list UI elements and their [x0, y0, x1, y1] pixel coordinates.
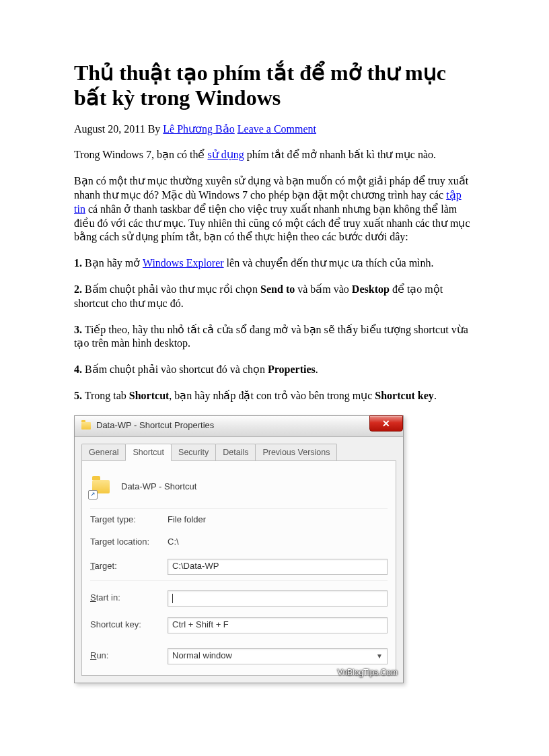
- link-windows-explorer[interactable]: Windows Explorer: [143, 257, 224, 269]
- shortcut-name-row: ↗ Data-WP - Shortcut: [90, 471, 388, 509]
- target-location-value: C:\: [168, 537, 388, 548]
- step-4: 4. Bấm chuột phải vào shortcut đó và chọ…: [74, 363, 475, 377]
- shortcut-key-row: Shortcut key: Ctrl + Shift + F: [90, 612, 388, 639]
- post-date: August 20, 2011: [74, 123, 145, 135]
- link-su-dung[interactable]: sử dụng: [207, 149, 244, 160]
- dialog-title: Data-WP - Shortcut Properties: [96, 420, 214, 432]
- tab-previous-versions[interactable]: Previous Versions: [255, 444, 337, 460]
- step-3: 3. Tiếp theo, hãy thu nhỏ tất cả cửa sổ …: [74, 323, 475, 351]
- comment-link[interactable]: Leave a Comment: [237, 123, 316, 135]
- start-in-row: Start in:: [90, 581, 388, 612]
- start-in-input[interactable]: [168, 590, 388, 607]
- run-select[interactable]: Normal window ▼: [168, 648, 388, 664]
- run-label: Run:: [90, 650, 168, 662]
- chevron-down-icon: ▼: [376, 652, 383, 660]
- shortcut-name-value: Data-WP - Shortcut: [121, 481, 388, 493]
- tab-security[interactable]: Security: [171, 444, 216, 460]
- target-location-label: Target location:: [90, 537, 168, 548]
- target-type-row: Target type: File folder: [90, 509, 388, 531]
- watermark: VnBlogTips.Com: [337, 668, 398, 679]
- target-input[interactable]: C:\Data-WP: [168, 559, 388, 575]
- target-type-label: Target type:: [90, 514, 168, 526]
- step-2: 2. Bấm chuột phải vào thư mục rồi chọn S…: [74, 283, 475, 311]
- target-row: Target: C:\Data-WP: [90, 553, 388, 581]
- step-5: 5. Trong tab Shortcut, bạn hãy nhấp đặt …: [74, 389, 475, 403]
- paragraph-2: Bạn có một thư mục thường xuyên sử dụng …: [74, 174, 475, 244]
- shortcut-key-input[interactable]: Ctrl + Shift + F: [168, 617, 388, 633]
- run-row: Run: Normal window ▼: [90, 639, 388, 670]
- close-icon: ✕: [382, 417, 390, 429]
- properties-dialog: Data-WP - Shortcut Properties ✕ General …: [74, 415, 404, 683]
- shortcut-key-label: Shortcut key:: [90, 619, 168, 631]
- tab-shortcut[interactable]: Shortcut: [125, 444, 172, 461]
- close-button[interactable]: ✕: [369, 415, 403, 432]
- page-title: Thủ thuật tạo phím tắt để mở thư mục bất…: [74, 61, 475, 110]
- target-location-row: Target location: C:\: [90, 531, 388, 553]
- intro-paragraph: Trong Windows 7, bạn có thể sử dụng phím…: [74, 148, 475, 162]
- post-meta: August 20, 2011 By Lê Phương Bảo Leave a…: [74, 123, 475, 137]
- tab-panel-shortcut: ↗ Data-WP - Shortcut Target type: File f…: [81, 460, 396, 676]
- step-1: 1. Bạn hãy mở Windows Explorer lên và ch…: [74, 256, 475, 271]
- target-type-value: File folder: [168, 514, 388, 526]
- tab-details[interactable]: Details: [215, 444, 256, 460]
- text-cursor: [172, 594, 173, 603]
- dialog-titlebar[interactable]: Data-WP - Shortcut Properties ✕: [75, 416, 403, 437]
- folder-shortcut-large-icon: ↗: [90, 476, 112, 497]
- author-link[interactable]: Lê Phương Bảo: [163, 123, 234, 135]
- target-label: Target:: [90, 561, 168, 572]
- tab-row: General Shortcut Security Details Previo…: [75, 437, 403, 460]
- start-in-label: Start in:: [90, 592, 168, 604]
- tab-general[interactable]: General: [81, 444, 126, 460]
- folder-shortcut-icon: [81, 421, 91, 431]
